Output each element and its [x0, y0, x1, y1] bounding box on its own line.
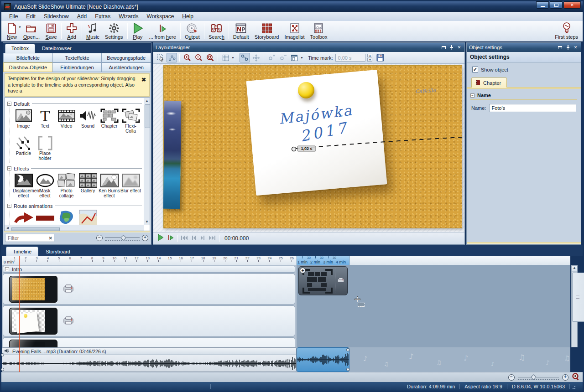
- tab-bewegungspfade[interactable]: Bewegungspfade: [101, 53, 151, 62]
- menu-help[interactable]: Help: [178, 12, 198, 21]
- scrollbar-thumb[interactable]: [572, 273, 584, 322]
- scroll-up-icon[interactable]: ▲: [572, 266, 577, 272]
- audio-selection[interactable]: [297, 347, 349, 372]
- toolbox-item-sound[interactable]: Sound: [77, 108, 99, 134]
- toolbox-item-gallery[interactable]: Gallery: [77, 173, 99, 198]
- show-object-checkbox[interactable]: ✓: [472, 67, 478, 72]
- close-button[interactable]: ✕: [563, 1, 581, 9]
- selection-handle[interactable]: [346, 348, 349, 351]
- menu-extras[interactable]: Extras: [91, 12, 115, 21]
- timeline-vertical-scrollbar[interactable]: ▲: [571, 265, 578, 347]
- toolbox-item-video[interactable]: Video: [56, 108, 77, 134]
- toolbar-button-add[interactable]: Add: [63, 21, 80, 41]
- toolbar-button-save[interactable]: Save: [42, 21, 60, 41]
- tab-chapter[interactable]: Chapter: [471, 77, 507, 88]
- tab-einblendungen[interactable]: Einblendungen: [52, 62, 102, 72]
- toolbox-item-text[interactable]: TText: [34, 108, 56, 134]
- timeline-object-background-image[interactable]: [9, 276, 57, 303]
- zoom-in-icon[interactable]: [182, 53, 193, 62]
- timeline-tracks[interactable]: − Intro: [2, 265, 570, 347]
- collapse-group-icon[interactable]: −: [5, 267, 9, 271]
- filter-field[interactable]: ✕: [5, 234, 54, 242]
- zoom-out-icon[interactable]: [193, 53, 204, 62]
- toolbox-item-r-map2[interactable]: [77, 210, 99, 225]
- toolbar-button-default[interactable]: Default: [230, 21, 252, 41]
- toolbox-item-ken-burns-effect[interactable]: Ken Burns effect: [99, 173, 120, 198]
- tab-texteffekte[interactable]: Texteffekte: [52, 53, 102, 62]
- timeline-zoom-out-button[interactable]: −: [508, 374, 515, 381]
- dropdown-arrow-icon[interactable]: ▼: [300, 56, 303, 59]
- toolbar-button-open[interactable]: Open...: [21, 21, 42, 41]
- close-panel-icon[interactable]: ✕: [456, 45, 462, 50]
- save-position-icon[interactable]: [375, 53, 386, 62]
- play-from-here-icon[interactable]: [167, 234, 174, 242]
- track-row-note[interactable]: [3, 305, 295, 336]
- motion-path-icon[interactable]: [240, 53, 250, 62]
- toolbar-button-output[interactable]: Output: [182, 21, 203, 41]
- track-row-photo[interactable]: [3, 337, 295, 347]
- toolbox-item-particle[interactable]: Particle: [13, 135, 34, 161]
- scroll-down-icon[interactable]: ▼: [144, 219, 150, 225]
- mountain-photo-object[interactable]: [163, 101, 181, 209]
- audio-handle[interactable]: [1, 368, 4, 371]
- icon-size-slider[interactable]: [105, 235, 140, 241]
- tab-bildeffekte[interactable]: Bildeffekte: [3, 53, 53, 62]
- toolbar-button-from-here[interactable]: ... from here: [146, 21, 179, 41]
- pin-icon[interactable]: [565, 45, 571, 50]
- menu-wizards[interactable]: Wizards: [115, 12, 142, 21]
- zoom-out-button[interactable]: −: [96, 235, 103, 241]
- toolbar-button-toolbox[interactable]: Toolbox: [308, 21, 330, 41]
- track-row-background[interactable]: [3, 273, 295, 304]
- tab-dateibrowser[interactable]: Dateibrowser: [36, 44, 78, 53]
- toolbox-item-blur-effect[interactable]: Blur effect: [120, 173, 141, 198]
- timeline-object-photo[interactable]: [9, 340, 57, 347]
- timeline-zoom-slider[interactable]: [518, 374, 559, 381]
- selection-handle[interactable]: [346, 368, 349, 371]
- maximize-button[interactable]: [550, 1, 563, 9]
- filter-input[interactable]: [7, 235, 49, 241]
- toolbox-item-photo-collage[interactable]: Photo collage: [56, 173, 77, 198]
- pin-icon[interactable]: [448, 45, 454, 50]
- toolbox-item-image[interactable]: Image: [13, 108, 34, 134]
- minimize-button[interactable]: [536, 1, 549, 9]
- timeline-object-note-image[interactable]: [9, 308, 57, 335]
- restore-icon[interactable]: [441, 45, 447, 50]
- toolbar-button-imagelist[interactable]: Imagelist: [282, 21, 307, 41]
- skip-start-icon[interactable]: [181, 234, 188, 242]
- toolbox-item-displacement-effect[interactable]: Displacement effect: [13, 173, 34, 198]
- audio-track-empty[interactable]: ♪♫♪♫♪♪♫♪♫: [349, 347, 570, 372]
- toolbar-button-search[interactable]: Search: [206, 21, 227, 41]
- tab-storyboard[interactable]: Storyboard: [39, 247, 77, 256]
- close-panel-icon[interactable]: ✕: [573, 45, 579, 50]
- zoom-in-button[interactable]: +: [142, 235, 148, 241]
- preview-panel-icon[interactable]: [289, 53, 300, 62]
- toolbar-button-new[interactable]: ▼New: [3, 21, 21, 41]
- toolbox-item-r-arrow[interactable]: [13, 210, 34, 225]
- audio-object[interactable]: Evening Falls....mp3 (Duration: 03:46/22…: [2, 347, 297, 372]
- filter-clear-icon[interactable]: ✕: [49, 236, 52, 241]
- play-icon[interactable]: [157, 234, 164, 243]
- scroll-up-icon[interactable]: ▲: [144, 98, 150, 104]
- grid-icon[interactable]: [220, 53, 231, 62]
- dropdown-arrow-icon[interactable]: ▼: [231, 56, 235, 59]
- prev-frame-icon[interactable]: [191, 234, 197, 242]
- zoom-fit-icon[interactable]: [205, 53, 215, 62]
- next-frame-icon[interactable]: [200, 234, 205, 242]
- tab-ausblendungen[interactable]: Ausblendungen: [101, 62, 151, 72]
- timeline-zoom-in-button[interactable]: +: [562, 374, 568, 381]
- toolbox-item-r-map1[interactable]: [56, 210, 77, 225]
- audio-track[interactable]: Evening Falls....mp3 (Duration: 03:46/22…: [2, 347, 570, 372]
- menu-slideshow[interactable]: Slideshow: [40, 12, 73, 21]
- collapse-section-icon[interactable]: −: [7, 204, 11, 208]
- toolbar-button-storyboard[interactable]: Storyboard: [252, 21, 282, 41]
- scrollbar-thumb[interactable]: [145, 104, 150, 128]
- name-input[interactable]: [489, 104, 576, 112]
- skip-end-icon[interactable]: [209, 234, 216, 242]
- audio-handle[interactable]: [1, 353, 4, 356]
- ruler-minutes-zone[interactable]: 1 min302 min303 min304 min: [297, 256, 349, 265]
- expand-chapter-button[interactable]: +: [300, 268, 306, 273]
- timeline-chapter-area[interactable]: +: [297, 265, 570, 347]
- toolbox-item-r-bar[interactable]: [34, 210, 56, 225]
- restore-icon[interactable]: [557, 45, 563, 50]
- resize-grip-icon[interactable]: [572, 384, 575, 389]
